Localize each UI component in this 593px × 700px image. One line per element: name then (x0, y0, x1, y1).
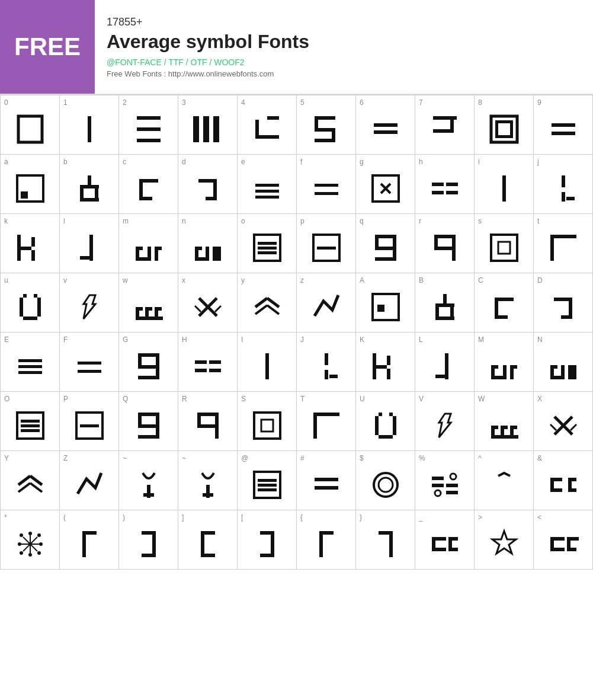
svg-rect-52 (502, 175, 506, 202)
cell-label: X (537, 395, 542, 403)
svg-rect-148 (376, 365, 387, 369)
cell-Q: Q (119, 392, 178, 451)
cell-H: H (178, 333, 238, 392)
cell->: > (475, 510, 534, 570)
cell-d: d (178, 155, 238, 214)
svg-rect-27 (552, 123, 575, 127)
cell-label: 1 (63, 98, 68, 107)
cell-glyph (537, 406, 589, 445)
svg-rect-65 (136, 257, 151, 261)
cell-label: 6 (360, 98, 364, 107)
cell-T: T (297, 392, 356, 451)
svg-rect-143 (265, 353, 269, 379)
cell-glyph (300, 287, 352, 326)
free-badge: FREE (0, 0, 95, 94)
website-info: Free Web Fonts : http://www.onlinewebfon… (107, 69, 309, 78)
cell-S: S (238, 392, 297, 451)
svg-rect-264 (435, 548, 446, 551)
svg-rect-61 (80, 256, 93, 260)
cell-glyph (241, 169, 293, 207)
cell-glyph (419, 287, 470, 326)
cell-6: 6 (356, 95, 415, 155)
cell-glyph (300, 525, 352, 563)
svg-rect-21 (433, 116, 457, 120)
svg-rect-168 (21, 420, 40, 423)
svg-rect-95 (34, 294, 37, 298)
svg-rect-7 (148, 139, 161, 142)
cell-label: s (478, 217, 482, 225)
cell-glyph (241, 406, 293, 445)
cell-): ) (119, 510, 178, 570)
cell-label: q (360, 217, 364, 225)
cell-G: G (119, 333, 178, 392)
cell-s: s (475, 214, 534, 273)
cell-z: z (297, 273, 356, 333)
svg-rect-261 (389, 531, 393, 557)
svg-rect-226 (446, 491, 458, 494)
svg-rect-255 (201, 554, 215, 557)
cell-label: n (182, 217, 186, 225)
svg-point-221 (374, 473, 398, 497)
svg-rect-15 (315, 116, 318, 129)
svg-rect-189 (379, 435, 393, 439)
cell-5: 5 (297, 95, 356, 155)
cell-label: > (478, 513, 482, 522)
cell-a: a (1, 155, 60, 214)
cell-W: W (475, 392, 534, 451)
cell-label: @ (241, 454, 248, 462)
cell-1: 1 (60, 95, 119, 155)
cell-{: { (297, 510, 356, 570)
cell-label: r (419, 217, 421, 225)
cell-glyph (123, 525, 174, 563)
cell-label: N (537, 335, 543, 344)
cell-glyph (300, 347, 352, 385)
cell-label: 0 (4, 98, 8, 107)
svg-rect-271 (554, 537, 565, 541)
cell-label: i (478, 158, 480, 166)
cell-label: L (419, 335, 423, 344)
cell-glyph (182, 347, 233, 385)
svg-rect-150 (387, 369, 390, 379)
svg-rect-252 (142, 554, 156, 557)
cell-M: M (475, 333, 534, 392)
cell-glyph (241, 465, 293, 504)
svg-rect-262 (379, 531, 393, 535)
svg-rect-176 (138, 435, 159, 439)
cell-label: Z (63, 454, 68, 462)
svg-rect-51 (446, 191, 458, 194)
cell-(: ( (60, 510, 119, 570)
cell-i: i (475, 155, 534, 214)
svg-rect-137 (138, 365, 159, 369)
cell-*: * (1, 510, 60, 570)
cell-2: 2 (119, 95, 178, 155)
svg-rect-117 (377, 305, 384, 312)
svg-rect-48 (432, 183, 444, 186)
svg-rect-253 (201, 531, 204, 557)
cell-glyph (478, 169, 530, 207)
svg-rect-231 (550, 488, 562, 492)
cell-h: h (415, 155, 475, 214)
svg-rect-171 (80, 424, 99, 427)
cell-^: ^ (475, 451, 534, 510)
svg-point-236 (20, 533, 23, 537)
svg-rect-30 (21, 191, 28, 199)
cell-#: # (297, 451, 356, 510)
cell-label: o (241, 217, 245, 225)
cell-3: 3 (178, 95, 238, 155)
cell-label: h (419, 158, 423, 166)
svg-rect-248 (82, 531, 86, 557)
svg-rect-274 (567, 548, 576, 551)
cell-label: j (537, 158, 539, 166)
svg-rect-58 (31, 237, 35, 247)
cell-R: R (178, 392, 238, 451)
svg-rect-125 (495, 315, 508, 319)
svg-rect-129 (18, 359, 42, 362)
cell-glyph (419, 465, 470, 504)
svg-rect-38 (139, 197, 152, 200)
cell-label: 3 (182, 98, 186, 107)
svg-rect-147 (373, 353, 376, 379)
svg-line-201 (550, 424, 556, 430)
svg-rect-187 (375, 416, 379, 435)
cell-l: l (60, 214, 119, 273)
cell-label: 9 (537, 98, 541, 107)
